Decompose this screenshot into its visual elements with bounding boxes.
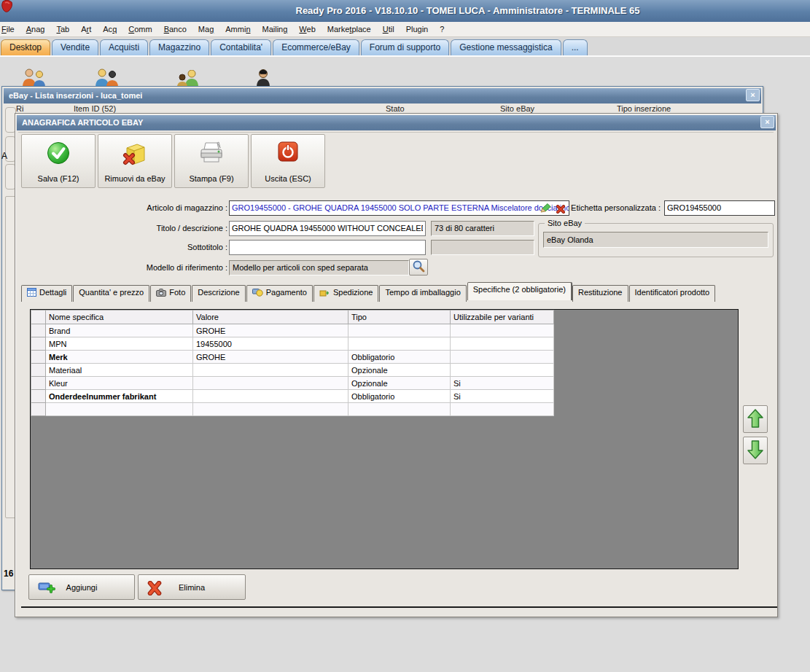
dialog-tab-dettagli[interactable]: Dettagli bbox=[21, 285, 72, 302]
dialog-tab-foto[interactable]: Foto bbox=[150, 285, 191, 302]
clipped-column-header: Item ID (52) bbox=[74, 104, 116, 113]
dialog-tab-identificatori-prodotto[interactable]: Identificatori prodotto bbox=[629, 285, 716, 302]
row-selector[interactable] bbox=[31, 337, 46, 351]
sottotitolo-label: Sottotitolo : bbox=[78, 243, 227, 251]
row-selector[interactable] bbox=[31, 403, 46, 416]
cell-tipo[interactable] bbox=[348, 337, 451, 351]
aggiungi-button[interactable]: Aggiungi bbox=[28, 574, 135, 600]
toolbar-button-uscita-esc[interactable]: Uscita (ESC) bbox=[251, 134, 325, 188]
column-header-nome-specifica: Nome specifica bbox=[46, 310, 193, 324]
cell-tipo[interactable]: Obbligatorio bbox=[348, 390, 451, 403]
menu-item-art[interactable]: Art bbox=[75, 25, 97, 34]
cell-varianti[interactable] bbox=[451, 351, 554, 364]
cell-value[interactable] bbox=[193, 390, 348, 403]
cell-value[interactable]: 19455000 bbox=[193, 337, 348, 351]
menu-item-web[interactable]: Web bbox=[293, 25, 321, 34]
main-tab-desktop[interactable]: Desktop bbox=[1, 39, 50, 55]
elimina-button[interactable]: Elimina bbox=[138, 574, 246, 600]
cell-value[interactable] bbox=[193, 403, 348, 416]
cell-tipo[interactable]: Obbligatorio bbox=[348, 351, 451, 364]
main-tab-magazzino[interactable]: Magazzino bbox=[149, 39, 209, 55]
main-tab-item[interactable]: ... bbox=[563, 39, 588, 55]
cell-varianti[interactable]: Si bbox=[451, 390, 554, 403]
menu-item-mag[interactable]: Mag bbox=[192, 25, 219, 34]
cell-tipo[interactable] bbox=[348, 403, 451, 416]
cell-name[interactable]: Brand bbox=[46, 324, 193, 337]
spec-row-onderdeelnummer-fabrikant[interactable]: Onderdeelnummer fabrikantObbligatorioSi bbox=[31, 390, 554, 403]
main-tab-gestione-messaggistica[interactable]: Gestione messaggistica bbox=[451, 39, 561, 55]
toolbar-button-stampa-f9[interactable]: Stampa (F9) bbox=[174, 134, 249, 188]
cell-varianti[interactable] bbox=[451, 324, 554, 337]
spec-row-item[interactable] bbox=[31, 403, 554, 416]
move-down-button[interactable] bbox=[743, 437, 768, 464]
cell-value[interactable]: GROHE bbox=[193, 324, 348, 337]
modello-search-button[interactable] bbox=[409, 259, 428, 276]
toolbar-button-rimuovi-da-ebay[interactable]: Rimuovi da eBay bbox=[98, 134, 172, 188]
menu-item-banco[interactable]: Banco bbox=[158, 25, 192, 34]
cell-value[interactable]: GROHE bbox=[193, 351, 348, 364]
row-selector[interactable] bbox=[31, 390, 46, 403]
menu-item-file[interactable]: File bbox=[0, 25, 20, 34]
main-tab-ecommerce-ebay[interactable]: Ecommerce/eBay bbox=[273, 39, 359, 55]
menu-item-anag[interactable]: Anag bbox=[20, 25, 51, 34]
row-selector[interactable] bbox=[31, 324, 46, 337]
cell-value[interactable] bbox=[193, 377, 348, 390]
cell-varianti[interactable] bbox=[451, 337, 554, 351]
dialog-tab-specifiche-2-obbligatorie[interactable]: Specifiche (2 obbligatorie) bbox=[467, 282, 572, 300]
close-icon[interactable]: × bbox=[746, 89, 760, 101]
main-tab-vendite[interactable]: Vendite bbox=[52, 39, 98, 55]
spec-row-merk[interactable]: MerkGROHEObbligatorio bbox=[31, 351, 554, 364]
menu-item-item[interactable]: ? bbox=[434, 25, 450, 34]
menu-item-util[interactable]: Util bbox=[377, 25, 400, 34]
toolbar-button-salva-f12[interactable]: Salva (F12) bbox=[21, 134, 96, 188]
menu-item-marketplace[interactable]: Marketplace bbox=[322, 25, 377, 34]
cell-varianti[interactable] bbox=[451, 364, 554, 377]
cell-name[interactable]: Merk bbox=[46, 351, 193, 364]
row-selector[interactable] bbox=[31, 377, 46, 390]
dialog-tab-pagamento[interactable]: Pagamento bbox=[246, 285, 313, 302]
close-icon[interactable]: × bbox=[760, 116, 774, 128]
cell-name[interactable]: Materiaal bbox=[46, 364, 193, 377]
row-selector[interactable] bbox=[31, 351, 46, 364]
dialog-tab-quantita-e-prezzo[interactable]: Quantita' e prezzo bbox=[73, 285, 149, 302]
main-titlebar: Ready Pro 2016 - V18.10.10 - TOMEI LUCA … bbox=[0, 0, 810, 23]
menu-item-acq[interactable]: Acq bbox=[97, 25, 122, 34]
spec-row-materiaal[interactable]: MateriaalOpzionale bbox=[31, 364, 554, 377]
cell-tipo[interactable]: Opzionale bbox=[348, 377, 451, 390]
clipped-column-header: Sito eBay bbox=[500, 104, 534, 113]
etichetta-personalizzata-input[interactable] bbox=[664, 200, 775, 216]
row-selector[interactable] bbox=[31, 364, 46, 377]
dialog-tab-tempo-di-imballaggio[interactable]: Tempo di imballaggio bbox=[379, 285, 466, 302]
menu-item-tab[interactable]: Tab bbox=[50, 25, 75, 34]
search-icon bbox=[412, 264, 425, 275]
spec-row-kleur[interactable]: KleurOpzionaleSi bbox=[31, 377, 554, 390]
cell-value[interactable] bbox=[193, 364, 348, 377]
cell-varianti[interactable] bbox=[451, 403, 554, 416]
sottotitolo-input[interactable] bbox=[229, 240, 426, 255]
cell-varianti[interactable]: Si bbox=[451, 377, 554, 390]
clipped-column-header: Tipo inserzione bbox=[617, 104, 671, 113]
menu-item-mailing[interactable]: Mailing bbox=[257, 25, 294, 34]
main-tab-contabilita[interactable]: Contabilita' bbox=[211, 39, 271, 55]
move-up-button[interactable] bbox=[743, 405, 768, 433]
titolo-descrizione-input[interactable] bbox=[229, 221, 426, 236]
cell-name[interactable]: Kleur bbox=[46, 377, 193, 390]
menu-item-plugin[interactable]: Plugin bbox=[400, 25, 435, 34]
spec-row-brand[interactable]: BrandGROHE bbox=[31, 324, 554, 337]
cell-tipo[interactable] bbox=[348, 324, 451, 337]
cell-name[interactable] bbox=[46, 403, 193, 416]
menu-item-comm[interactable]: Comm bbox=[122, 25, 157, 34]
cell-name[interactable]: MPN bbox=[46, 337, 193, 351]
spec-row-mpn[interactable]: MPN19455000 bbox=[31, 337, 554, 351]
toolbar-divider bbox=[18, 132, 774, 133]
cell-name[interactable]: Onderdeelnummer fabrikant bbox=[46, 390, 193, 403]
main-tab-acquisti[interactable]: Acquisti bbox=[100, 39, 148, 55]
main-tab-forum-di-supporto[interactable]: Forum di supporto bbox=[361, 39, 449, 55]
clipped-text-fragment: A bbox=[1, 151, 7, 161]
dialog-tab-restituzione[interactable]: Restituzione bbox=[572, 285, 628, 302]
titolo-label: Titolo / descrizione : bbox=[78, 224, 227, 233]
dialog-tab-spedizione[interactable]: Spedizione bbox=[314, 285, 378, 302]
menu-item-ammin[interactable]: Ammin bbox=[219, 25, 256, 34]
cell-tipo[interactable]: Opzionale bbox=[348, 364, 451, 377]
dialog-tab-descrizione[interactable]: Descrizione bbox=[192, 285, 245, 302]
